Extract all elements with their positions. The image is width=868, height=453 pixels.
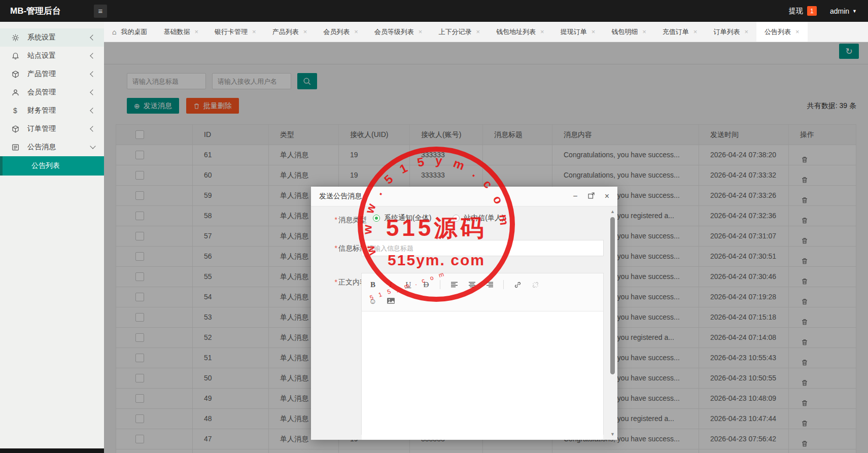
bold-icon[interactable]: B bbox=[369, 281, 377, 289]
tab-11[interactable]: 充值订单× bbox=[654, 22, 706, 42]
tab-label: 银行卡管理 bbox=[215, 27, 248, 37]
dollar-icon: $ bbox=[11, 107, 19, 115]
scroll-up-icon[interactable]: ▲ bbox=[609, 209, 616, 214]
sidebar-subitem-announcement-list[interactable]: 公告列表 bbox=[0, 156, 104, 176]
maximize-icon[interactable] bbox=[588, 192, 595, 200]
tab-label: 钱包地址列表 bbox=[496, 27, 536, 37]
scroll-down-icon[interactable]: ▼ bbox=[609, 432, 616, 437]
chevron-left-icon bbox=[90, 34, 95, 40]
tab-5[interactable]: 会员列表× bbox=[315, 22, 366, 42]
tab-label: 充值订单 bbox=[663, 27, 689, 37]
tab-10[interactable]: 钱包明细× bbox=[603, 22, 654, 42]
chevron-left-icon bbox=[90, 71, 95, 77]
sidebar-item-member-management[interactable]: 会员管理 bbox=[0, 83, 104, 101]
italic-icon[interactable]: I bbox=[387, 281, 395, 289]
unlink-icon[interactable] bbox=[531, 281, 539, 289]
tab-close-icon[interactable]: × bbox=[592, 28, 596, 36]
list-icon bbox=[11, 143, 19, 151]
tab-close-icon[interactable]: × bbox=[744, 28, 748, 36]
sidebar-item-order-management[interactable]: 订单管理 bbox=[0, 120, 104, 138]
editor-content-area[interactable] bbox=[362, 311, 603, 440]
home-icon: ⌂ bbox=[112, 28, 116, 36]
tab-9[interactable]: 提现订单× bbox=[552, 22, 604, 42]
tab-8[interactable]: 钱包地址列表× bbox=[488, 22, 552, 42]
tab-6[interactable]: 会员等级列表× bbox=[366, 22, 431, 42]
radio-unselected-icon bbox=[453, 215, 460, 222]
modal-scrollbar[interactable]: ▲ ▼ bbox=[609, 209, 616, 437]
tab-close-icon[interactable]: × bbox=[252, 28, 256, 36]
tab-label: 产品列表 bbox=[272, 27, 299, 37]
sidebar-item-label: 财务管理 bbox=[27, 106, 91, 115]
tab-1[interactable]: ⌂我的桌面 bbox=[104, 22, 155, 42]
sidebar-item-announcement-message[interactable]: 公告消息 bbox=[0, 138, 104, 156]
link-icon[interactable] bbox=[513, 281, 522, 289]
tab-7[interactable]: 上下分记录× bbox=[430, 22, 488, 42]
chevron-left-icon bbox=[90, 53, 95, 58]
chevron-left-icon bbox=[90, 89, 95, 95]
radio-site-message[interactable]: 站内信(单人) bbox=[453, 214, 504, 223]
strikethrough-icon[interactable]: D bbox=[422, 281, 430, 289]
tab-close-icon[interactable]: × bbox=[194, 28, 198, 36]
tab-close-icon[interactable]: × bbox=[303, 28, 307, 36]
app-title: MB-管理后台 bbox=[0, 5, 94, 17]
tabbar: ⌂我的桌面基础数据×银行卡管理×产品列表×会员列表×会员等级列表×上下分记录×钱… bbox=[104, 22, 868, 42]
emoji-icon[interactable]: ☺ bbox=[369, 297, 377, 305]
send-announcement-modal: 发送公告消息 − × *消息类型 系统通知(全体) 站内信(单人) *信息标题 … bbox=[311, 187, 617, 440]
sidebar-item-system-settings[interactable]: 系统设置 bbox=[0, 28, 104, 47]
tab-close-icon[interactable]: × bbox=[476, 28, 480, 36]
modal-header: 发送公告消息 − × bbox=[311, 187, 617, 206]
chevron-left-icon bbox=[90, 126, 95, 131]
editor-toolbar: B I U D bbox=[362, 273, 603, 311]
rich-text-editor: B I U D bbox=[361, 273, 604, 435]
align-left-icon[interactable] bbox=[450, 282, 458, 288]
radio-selected-icon bbox=[373, 215, 380, 222]
tab-close-icon[interactable]: × bbox=[795, 28, 800, 36]
tab-close-icon[interactable]: × bbox=[419, 28, 423, 36]
radio-system-notice[interactable]: 系统通知(全体) bbox=[373, 214, 431, 223]
field-label-title: *信息标题 bbox=[318, 244, 367, 253]
message-title-input[interactable] bbox=[361, 240, 604, 256]
user-icon bbox=[11, 88, 19, 96]
topbar: MB-管理后台 ≡ 提现 1 admin ▼ bbox=[0, 0, 868, 22]
tab-label: 提现订单 bbox=[561, 27, 587, 37]
tab-close-icon[interactable]: × bbox=[354, 28, 358, 36]
align-right-icon[interactable] bbox=[485, 282, 494, 288]
sidebar-item-label: 系统设置 bbox=[27, 33, 91, 42]
tab-label: 钱包明细 bbox=[611, 27, 638, 37]
underline-icon[interactable]: U bbox=[404, 281, 412, 289]
sidebar-item-finance-management[interactable]: $财务管理 bbox=[0, 101, 104, 120]
withdraw-link[interactable]: 提现 1 bbox=[789, 6, 817, 16]
menu-toggle-icon[interactable]: ≡ bbox=[94, 5, 107, 18]
tab-label: 订单列表 bbox=[713, 27, 740, 37]
tab-4[interactable]: 产品列表× bbox=[264, 22, 316, 42]
cube-icon bbox=[11, 125, 19, 133]
sidebar-item-label: 站点设置 bbox=[27, 51, 91, 60]
image-icon[interactable] bbox=[387, 297, 395, 304]
tab-12[interactable]: 订单列表× bbox=[705, 22, 756, 42]
withdraw-label: 提现 bbox=[789, 7, 803, 16]
tab-close-icon[interactable]: × bbox=[642, 28, 646, 36]
tab-13[interactable]: 公告列表× bbox=[756, 22, 808, 42]
tab-label: 我的桌面 bbox=[121, 27, 147, 37]
username: admin bbox=[830, 7, 849, 15]
chevron-down-icon bbox=[90, 143, 95, 149]
sidebar-item-site-settings[interactable]: 站点设置 bbox=[0, 47, 104, 65]
tab-label: 基础数据 bbox=[163, 27, 190, 37]
sidebar-item-product-management[interactable]: 产品管理 bbox=[0, 65, 104, 83]
gear-icon bbox=[11, 33, 19, 42]
close-icon[interactable]: × bbox=[605, 192, 609, 200]
tab-3[interactable]: 银行卡管理× bbox=[206, 22, 264, 42]
align-center-icon[interactable] bbox=[468, 282, 476, 288]
field-label-type: *消息类型 bbox=[318, 216, 367, 225]
scrollbar-thumb[interactable] bbox=[610, 217, 615, 374]
sidebar-bottom-strip bbox=[0, 448, 104, 453]
withdraw-badge: 1 bbox=[807, 6, 817, 16]
tab-2[interactable]: 基础数据× bbox=[155, 22, 206, 42]
modal-title: 发送公告消息 bbox=[319, 192, 362, 201]
user-menu[interactable]: admin ▼ bbox=[830, 7, 857, 15]
minimize-icon[interactable]: − bbox=[573, 192, 577, 200]
tab-close-icon[interactable]: × bbox=[693, 28, 698, 36]
tab-close-icon[interactable]: × bbox=[540, 28, 544, 36]
message-type-radios: 系统通知(全体) 站内信(单人) bbox=[373, 214, 504, 223]
tab-label: 公告列表 bbox=[765, 27, 791, 37]
